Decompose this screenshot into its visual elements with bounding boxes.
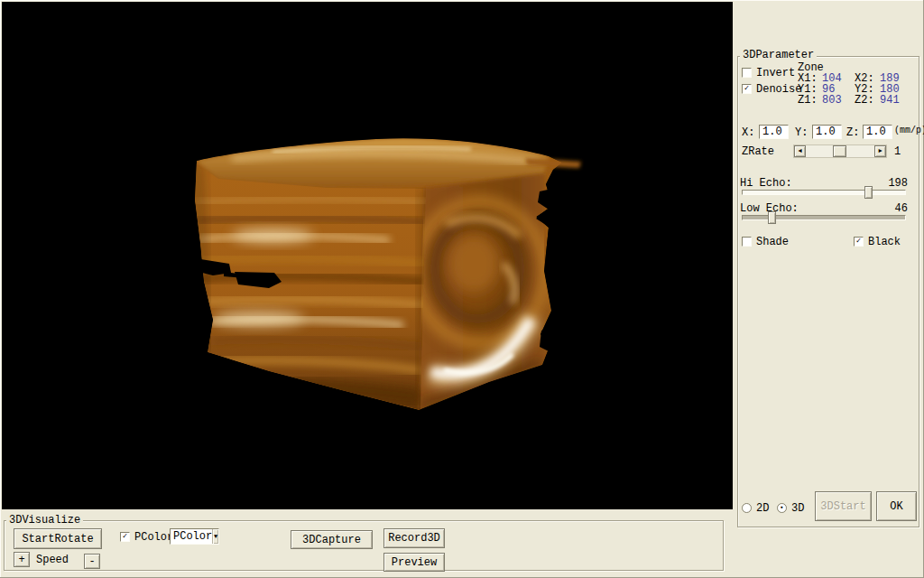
- zrate-value: 1: [894, 146, 901, 157]
- scale-unit-label: (mm/p): [894, 126, 924, 136]
- mode-3d-radio[interactable]: ●: [777, 503, 787, 513]
- speed-plus-button[interactable]: +: [14, 552, 30, 567]
- zrate-right-arrow-button[interactable]: ►: [874, 145, 886, 157]
- shade-label: Shade: [756, 237, 789, 247]
- visualize-group-title: 3DVisualize: [6, 515, 83, 526]
- y-scale-value: 1.0: [816, 126, 836, 138]
- x-scale-label: X:: [742, 127, 754, 138]
- zrate-left-arrow-button[interactable]: ◄: [794, 145, 806, 157]
- record-3d-button-label: Record3D: [388, 532, 440, 545]
- capture-3d-button-label: 3DCapture: [302, 534, 361, 546]
- pcolor-checkbox[interactable]: ✓: [120, 532, 130, 542]
- start-3d-button-label: 3DStart: [820, 500, 865, 513]
- capture-3d-button[interactable]: 3DCapture: [291, 530, 373, 549]
- minus-icon: -: [88, 555, 95, 568]
- shade-checkbox[interactable]: [742, 237, 752, 247]
- pcolor-dropdown[interactable]: PColor ▼: [170, 528, 219, 545]
- speed-label: Speed: [36, 555, 69, 565]
- x-scale-value: 1.0: [762, 126, 782, 138]
- y-scale-field[interactable]: 1.0: [812, 125, 842, 139]
- zrate-thumb[interactable]: [833, 145, 846, 157]
- chevron-down-icon: ▼: [214, 533, 217, 540]
- arrow-left-icon: ◄: [798, 148, 801, 154]
- denoise-checkbox[interactable]: ✓: [742, 84, 752, 94]
- parameter-group-title: 3DParameter: [740, 50, 817, 61]
- y-scale-label: Y:: [795, 127, 808, 138]
- black-check-icon: ✓: [856, 238, 861, 246]
- z-scale-value: 1.0: [866, 126, 886, 138]
- zone-z1-label: Z1:: [798, 95, 818, 106]
- dropdown-arrow-button[interactable]: ▼: [212, 529, 218, 544]
- ok-button-label: OK: [890, 500, 902, 513]
- preview-button[interactable]: Preview: [383, 553, 445, 572]
- hi-echo-label: Hi Echo:: [740, 178, 792, 189]
- volume-render[interactable]: [2, 2, 733, 509]
- low-echo-value: 46: [872, 203, 908, 214]
- application-window: 3DParameter Invert ✓ Denoise Zone X1: 10…: [0, 0, 924, 578]
- record-3d-button[interactable]: Record3D: [383, 528, 445, 548]
- plus-icon: +: [18, 554, 24, 566]
- mode-3d-label: 3D: [791, 503, 804, 514]
- black-checkbox[interactable]: ✓: [854, 237, 864, 247]
- hi-echo-value: 198: [872, 178, 908, 189]
- hi-echo-slider-track[interactable]: [742, 190, 906, 195]
- pcolor-check-icon: ✓: [123, 533, 127, 541]
- z-scale-field[interactable]: 1.0: [863, 125, 892, 139]
- denoise-label: Denoise: [756, 84, 801, 95]
- invert-label: Invert: [756, 68, 795, 79]
- hi-echo-slider-thumb[interactable]: [864, 186, 873, 199]
- start-3d-button[interactable]: 3DStart: [815, 491, 872, 521]
- denoise-check-icon: ✓: [744, 85, 749, 93]
- black-label: Black: [868, 237, 901, 247]
- arrow-right-icon: ►: [878, 148, 882, 154]
- start-rotate-button[interactable]: StartRotate: [14, 528, 102, 549]
- zone-z2-value: 941: [880, 95, 900, 106]
- zone-z1-value: 803: [822, 95, 842, 106]
- low-echo-slider-thumb[interactable]: [768, 211, 776, 224]
- low-echo-slider-track[interactable]: [742, 215, 906, 220]
- x-scale-field[interactable]: 1.0: [759, 125, 789, 139]
- invert-checkbox[interactable]: [742, 68, 752, 78]
- ok-button[interactable]: OK: [876, 491, 917, 521]
- start-rotate-button-label: StartRotate: [22, 533, 93, 545]
- zrate-label: ZRate: [742, 146, 774, 157]
- zone-z2-label: Z2:: [855, 95, 874, 106]
- render-viewport[interactable]: [2, 2, 733, 509]
- zrate-scrollbar[interactable]: ◄ ►: [793, 144, 887, 158]
- pcolor-dropdown-value: PColor: [171, 531, 212, 542]
- mode-2d-radio[interactable]: [742, 503, 752, 513]
- speed-minus-button[interactable]: -: [84, 554, 100, 569]
- radio-dot-icon: ●: [781, 506, 783, 510]
- preview-button-label: Preview: [392, 556, 437, 569]
- pcolor-label: PColor: [134, 532, 173, 543]
- z-scale-label: Z:: [846, 127, 859, 138]
- mode-2d-label: 2D: [756, 503, 769, 514]
